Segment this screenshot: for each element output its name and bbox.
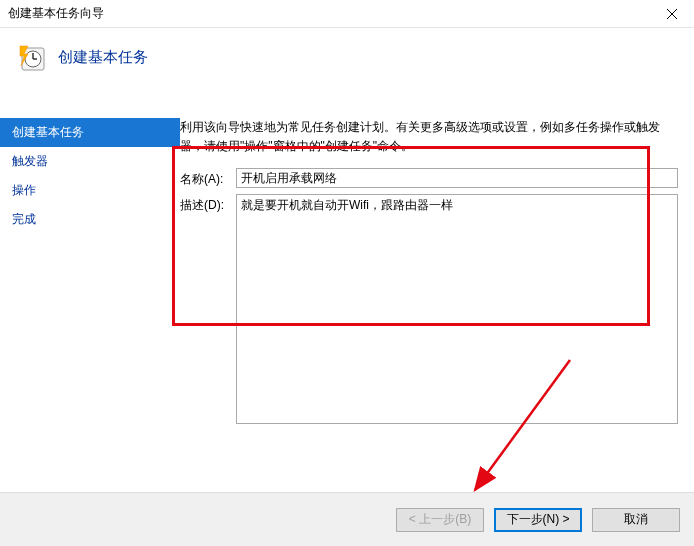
wizard-title: 创建基本任务 — [58, 48, 148, 67]
back-button: < 上一步(B) — [396, 508, 484, 532]
close-button[interactable] — [649, 0, 694, 28]
wizard-sidebar: 创建基本任务 触发器 操作 完成 — [0, 88, 180, 492]
cancel-button[interactable]: 取消 — [592, 508, 680, 532]
sidebar-item-trigger[interactable]: 触发器 — [0, 147, 180, 176]
wizard-header: 创建基本任务 — [0, 28, 694, 88]
description-row: 描述(D): 就是要开机就自动开Wifi，跟路由器一样 — [180, 194, 678, 424]
sidebar-item-create-basic-task[interactable]: 创建基本任务 — [0, 118, 180, 147]
description-input[interactable]: 就是要开机就自动开Wifi，跟路由器一样 — [236, 194, 678, 424]
titlebar: 创建基本任务向导 — [0, 0, 694, 28]
sidebar-item-label: 创建基本任务 — [12, 125, 84, 139]
next-button[interactable]: 下一步(N) > — [494, 508, 582, 532]
wizard-footer: < 上一步(B) 下一步(N) > 取消 — [0, 492, 694, 546]
sidebar-item-label: 触发器 — [12, 154, 48, 168]
name-row: 名称(A): — [180, 168, 678, 188]
close-icon — [667, 9, 677, 19]
wizard-body: 创建基本任务 触发器 操作 完成 利用该向导快速地为常见任务创建计划。有关更多高… — [0, 88, 694, 492]
description-label: 描述(D): — [180, 194, 236, 214]
task-scheduler-icon — [18, 42, 50, 74]
window-title: 创建基本任务向导 — [8, 5, 104, 22]
instruction-text: 利用该向导快速地为常见任务创建计划。有关更多高级选项或设置，例如多任务操作或触发… — [180, 118, 678, 156]
sidebar-item-label: 完成 — [12, 212, 36, 226]
wizard-content: 利用该向导快速地为常见任务创建计划。有关更多高级选项或设置，例如多任务操作或触发… — [180, 88, 694, 492]
sidebar-item-action[interactable]: 操作 — [0, 176, 180, 205]
name-input[interactable] — [236, 168, 678, 188]
sidebar-item-label: 操作 — [12, 183, 36, 197]
name-label: 名称(A): — [180, 168, 236, 188]
sidebar-item-finish[interactable]: 完成 — [0, 205, 180, 234]
